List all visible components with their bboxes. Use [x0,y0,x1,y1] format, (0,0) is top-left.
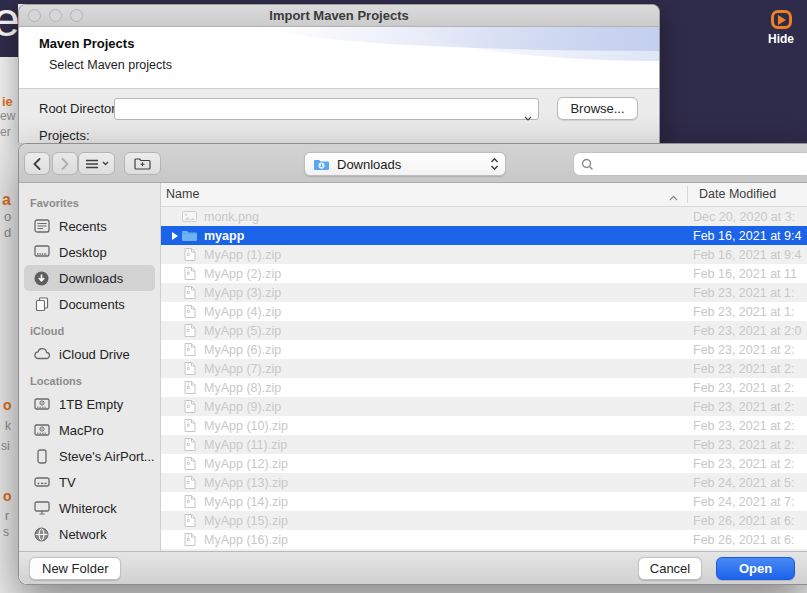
chevron-down-icon [102,161,109,166]
disclosure-triangle-icon[interactable] [161,232,179,240]
cancel-button[interactable]: Cancel [638,557,702,580]
file-row[interactable]: MyApp (10).zipFeb 23, 2021 at 2: [161,416,807,435]
file-name: MyApp (1).zip [204,248,281,262]
file-row[interactable]: MyApp (11).zipFeb 23, 2021 at 2: [161,435,807,454]
file-row[interactable]: MyApp (6).zipFeb 23, 2021 at 2: [161,340,807,359]
zip-file-icon [181,361,198,376]
list-view-icon [85,159,99,169]
sidebar-item-downloads[interactable]: Downloads [24,265,155,291]
recorder-hide-control[interactable]: Hide [758,10,804,46]
background-text-fragment: o [3,398,12,412]
file-row[interactable]: MyApp (3).zipFeb 23, 2021 at 1: [161,283,807,302]
zip-file-icon [181,399,198,414]
file-row[interactable]: MyApp (7).zipFeb 23, 2021 at 2: [161,359,807,378]
file-date-modified: Feb 23, 2021 at 2: [693,419,794,433]
file-name: MyApp (10).zip [204,419,288,433]
dialog-title: Import Maven Projects [269,8,408,23]
sidebar-item-label: TV [59,475,76,490]
file-date-modified: Feb 16, 2021 at 9:4 [693,248,801,262]
file-row[interactable]: monk.pngDec 20, 2020 at 3: [161,207,807,226]
name-column-header[interactable]: Name [166,187,199,201]
file-row[interactable]: MyApp (2).zipFeb 16, 2021 at 11 [161,264,807,283]
background-text-fragment: ew [0,110,15,122]
file-list: Name Date Modified monk.pngDec 20, 2020 … [161,183,807,551]
column-divider [687,186,688,203]
file-row[interactable]: MyApp (8).zipFeb 23, 2021 at 2: [161,378,807,397]
search-field[interactable] [573,152,807,176]
sidebar-item-recents[interactable]: Recents [24,213,155,239]
close-button[interactable] [28,9,41,22]
new-folder-button[interactable]: New Folder [29,557,121,580]
file-dialog-content: FavoritesRecentsDesktopDownloadsDocument… [19,183,807,551]
sidebar-item-steve-s-airport[interactable]: Steve's AirPort... [24,443,155,469]
file-row[interactable]: MyApp (1).zipFeb 16, 2021 at 9:4 [161,245,807,264]
sidebar-item-label: Steve's AirPort... [59,449,155,464]
popup-chevrons-icon [490,157,499,171]
sidebar-item-tv[interactable]: TV [24,469,155,495]
file-date-modified: Feb 24, 2021 at 5: [693,476,794,490]
sidebar-item-icloud-drive[interactable]: iCloud Drive [24,341,155,367]
zoom-button[interactable] [70,9,83,22]
background-text-fragment: ie [2,95,13,108]
harddrive-icon [32,397,51,411]
browse-button[interactable]: Browse... [557,97,638,120]
file-date-modified: Feb 16, 2021 at 11 [693,267,797,281]
sidebar-section-locations: Locations [30,375,160,387]
minimize-button[interactable] [49,9,62,22]
file-row[interactable]: MyApp (13).zipFeb 24, 2021 at 5: [161,473,807,492]
background-text-fragment: r [5,510,9,522]
file-open-dialog: Downloads FavoritesRecentsDesktopDownloa… [18,143,807,585]
background-text-fragment: er [0,126,11,138]
hide-label: Hide [758,32,804,46]
network-icon [32,527,51,542]
zip-file-icon [181,380,198,395]
date-column-header[interactable]: Date Modified [699,187,776,201]
harddrive-icon [32,423,51,437]
sidebar-item-whiterock[interactable]: Whiterock [24,495,155,521]
sidebar-item-macpro[interactable]: MacPro [24,417,155,443]
chevron-right-icon [61,158,69,170]
file-row[interactable]: MyApp (12).zipFeb 23, 2021 at 2: [161,454,807,473]
file-date-modified: Feb 16, 2021 at 9:4 [693,229,801,243]
sidebar-item-label: Desktop [59,245,107,260]
sidebar-item-label: MacPro [59,423,104,438]
dialog-titlebar: Import Maven Projects [19,5,659,27]
file-row[interactable]: MyApp (4).zipFeb 23, 2021 at 1: [161,302,807,321]
sidebar-item-1tb-empty[interactable]: 1TB Empty [24,391,155,417]
back-button[interactable] [24,152,50,175]
file-row[interactable]: myappFeb 16, 2021 at 9:4 [161,226,807,245]
zip-file-icon [181,266,198,281]
root-directory-combobox[interactable] [114,98,539,120]
new-folder-toolbar-button[interactable] [124,152,161,175]
file-rows: monk.pngDec 20, 2020 at 3:myappFeb 16, 2… [161,207,807,551]
file-row[interactable]: MyApp (9).zipFeb 23, 2021 at 2: [161,397,807,416]
file-row[interactable]: MyApp (16).zipFeb 26, 2021 at 6: [161,530,807,549]
sidebar-item-network[interactable]: Network [24,521,155,547]
file-row[interactable]: MyApp (5).zipFeb 23, 2021 at 2:0 [161,321,807,340]
zip-file-icon [181,437,198,452]
file-list-header: Name Date Modified [161,183,807,207]
file-date-modified: Feb 23, 2021 at 2: [693,438,794,452]
sidebar-item-documents[interactable]: Documents [24,291,155,317]
file-name: MyApp (5).zip [204,324,281,338]
zip-file-icon [181,456,198,471]
image-file-icon [181,211,198,222]
forward-button[interactable] [52,152,78,175]
zip-file-icon [181,532,198,547]
location-popup[interactable]: Downloads [304,152,506,176]
file-name: MyApp (14).zip [204,495,288,509]
chevron-down-icon [524,107,532,125]
desktop-background-left: e [0,0,18,57]
sidebar-item-desktop[interactable]: Desktop [24,239,155,265]
file-date-modified: Feb 23, 2021 at 2: [693,400,794,414]
file-date-modified: Feb 23, 2021 at 1: [693,305,794,319]
file-row[interactable]: MyApp (15).zipFeb 26, 2021 at 6: [161,511,807,530]
open-button[interactable]: Open [716,557,795,580]
import-maven-projects-dialog: Import Maven Projects Maven Projects Sel… [18,4,660,143]
file-name: MyApp (7).zip [204,362,281,376]
view-options-button[interactable] [78,152,115,175]
file-date-modified: Dec 20, 2020 at 3: [693,210,795,224]
file-row[interactable]: MyApp (14).zipFeb 24, 2021 at 7: [161,492,807,511]
screen: e ieeweraodoksiors Hide Import Maven Pro… [0,0,807,593]
background-logo-letter: e [0,0,18,47]
